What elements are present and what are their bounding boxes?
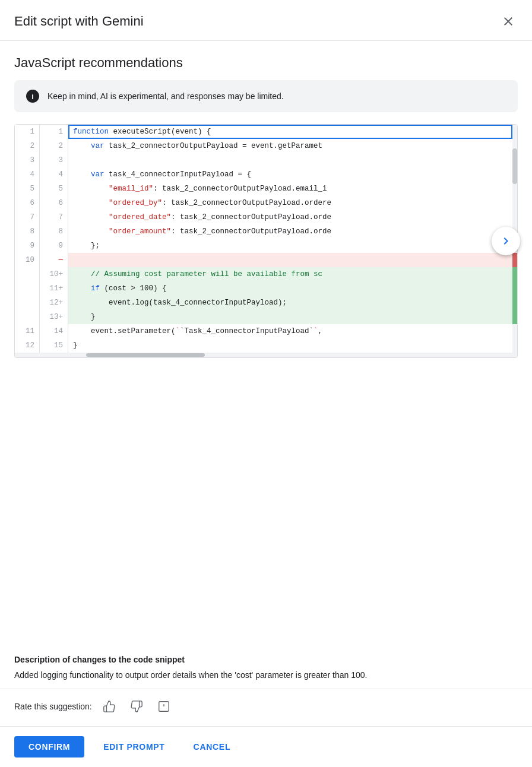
confirm-button[interactable]: CONFIRM <box>14 736 84 758</box>
horizontal-scrollbar[interactable] <box>15 353 517 357</box>
code-line-7: "ordered_date": task_2_connectorOutputPa… <box>68 210 512 224</box>
code-line-4: var task_4_connectorInputPayload = { <box>68 167 512 182</box>
cancel-button[interactable]: CANCEL <box>179 736 245 758</box>
info-text: Keep in mind, AI is experimental, and re… <box>48 91 284 101</box>
dialog: Edit script with Gemini JavaScript recom… <box>0 0 532 767</box>
code-line-10-removed <box>68 253 512 267</box>
dialog-body: JavaScript recommendations i Keep in min… <box>0 41 532 645</box>
code-line-13-added: } <box>68 310 512 324</box>
code-line-10-added: // Assuming cost parameter will be avail… <box>68 267 512 281</box>
code-diff[interactable]: 1 2 3 4 5 6 7 8 9 10 11 <box>15 125 517 353</box>
code-line-14: event.setParameter(``Task_4_connectorInp… <box>68 324 512 338</box>
close-button[interactable] <box>499 12 518 31</box>
info-icon: i <box>26 90 39 103</box>
horizontal-scroll-thumb <box>86 353 205 357</box>
code-line-5: "email_id": task_2_connectorOutputPayloa… <box>68 182 512 196</box>
code-line-8: "order_amount": task_2_connectorOutputPa… <box>68 224 512 239</box>
old-line-numbers: 1 2 3 4 5 6 7 8 9 10 11 <box>15 125 40 353</box>
code-content: function executeScript(event) { var task… <box>68 125 512 353</box>
description-text: Added logging functionality to output or… <box>14 669 518 682</box>
code-line-11-added: if (cost > 100) { <box>68 281 512 296</box>
flag-button[interactable] <box>154 696 174 717</box>
rating-section: Rate this suggestion: <box>0 689 532 726</box>
code-line-6: "ordered_by": task_2_connectorOutputPayl… <box>68 196 512 210</box>
dialog-title: Edit script with Gemini <box>14 14 144 29</box>
thumbs-down-button[interactable] <box>126 696 147 717</box>
description-title: Description of changes to the code snipp… <box>14 655 518 664</box>
info-banner: i Keep in mind, AI is experimental, and … <box>14 80 518 112</box>
dialog-footer: CONFIRM EDIT PROMPT CANCEL <box>0 726 532 767</box>
code-diff-container: 1 2 3 4 5 6 7 8 9 10 11 <box>14 124 518 358</box>
code-line-15: } <box>68 338 512 353</box>
code-diff-wrapper: 1 2 3 4 5 6 7 8 9 10 11 <box>14 124 518 358</box>
description-section: Description of changes to the code snipp… <box>0 645 532 689</box>
new-line-numbers: 1 2 3 4 5 6 7 8 9 — 10+ 11+ 12+ 13+ <box>40 125 68 353</box>
code-line-9: }; <box>68 239 512 253</box>
edit-prompt-button[interactable]: EDIT PROMPT <box>89 736 179 758</box>
dialog-header: Edit script with Gemini <box>0 0 532 41</box>
section-title: JavaScript recommendations <box>14 55 518 71</box>
code-line-2: var task_2_connectorOutputPayload = even… <box>68 139 512 153</box>
next-button[interactable] <box>492 227 520 255</box>
rating-label: Rate this suggestion: <box>14 702 92 711</box>
code-line-3 <box>68 153 512 167</box>
code-line-1: function executeScript(event) { <box>68 125 512 139</box>
thumbs-up-button[interactable] <box>99 696 119 717</box>
code-line-12-added: event.log(task_4_connectorInputPayload); <box>68 296 512 310</box>
